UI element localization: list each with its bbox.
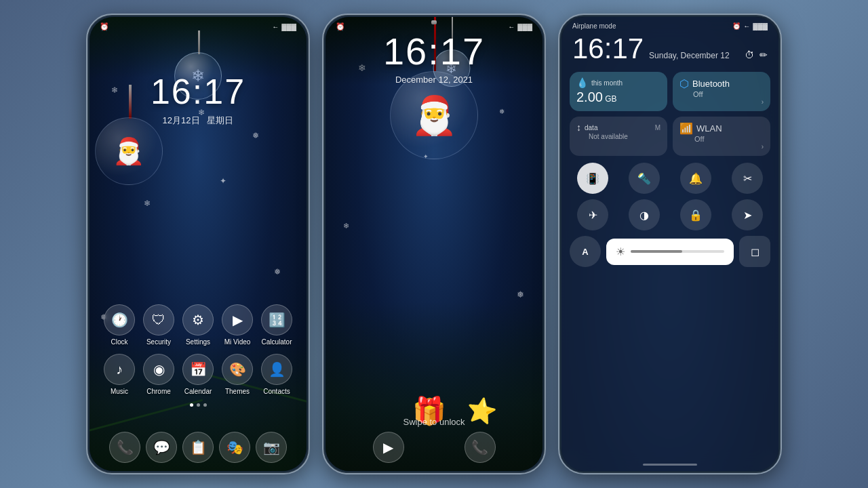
app-themes-label: Themes [225,388,250,395]
cc-alarm-icon: ⏰ [732,22,741,30]
cc-network-status: Not available [576,133,660,140]
cc-home-indicator [643,464,697,466]
cc-reading-btn[interactable]: ◑ [629,199,660,230]
cc-bluetooth-title: Bluetooth [692,79,730,89]
app-security-label: Security [146,338,171,346]
dock-camera[interactable]: 📷 [256,432,287,463]
cc-data-tile[interactable]: 💧 this month 2.00 GB [570,72,667,111]
cc-data-tile-title: this month [591,79,623,87]
lock-phone-icon[interactable]: 📞 [465,432,496,463]
music-icon[interactable]: ♪ [104,354,135,385]
dot-3 [203,403,207,407]
clock-icon[interactable]: 🕐 [104,304,135,336]
cc-arrow-icon: ← [743,22,750,30]
status-battery: ▓▓▓ [281,23,296,30]
app-music-label: Music [111,388,128,395]
app-calendar-label: Calendar [184,388,212,395]
cc-alarm-set-icon[interactable]: ⏱ [745,49,754,60]
cc-screenshot-btn[interactable]: ✂ [732,163,763,194]
home-time: 16:17 [90,71,307,112]
cc-flashlight-btn[interactable]: 🔦 [629,163,660,194]
lock-time: 16:17 [326,29,542,73]
app-clock-label: Clock [111,338,127,346]
cc-wlan-title: WLAN [696,123,722,134]
cc-battery-icon: ▓▓▓ [753,22,768,30]
app-contacts[interactable]: 👤 Contacts [258,354,296,395]
status-alarm: ⏰ [100,22,109,31]
app-music[interactable]: ♪ Music [101,354,138,395]
cc-location-btn[interactable]: ➤ [732,199,763,230]
lock-date: December 12, 2021 [326,75,542,85]
cc-auto-btn[interactable]: A [570,236,601,267]
dot-1 [190,403,193,407]
cc-date: Sunday, December 12 [649,51,730,60]
dock-messages[interactable]: 💬 [146,432,177,463]
cc-airplane-btn[interactable]: ✈ [577,199,608,230]
home-date-cn: 12月12日 [163,115,200,125]
mi-video-icon[interactable]: ▶ [222,304,253,336]
app-chrome-label: Chrome [146,388,171,395]
phone-lock: ❄ ❅ ❄ ❅ ✦ ❄ 🎅 🎁 ⭐ ⏰ ← ▓▓▓ [322,14,546,474]
app-chrome[interactable]: ◉ Chrome [140,354,178,395]
cc-vibrate-btn[interactable]: 📳 [577,163,608,194]
lock-youtube-icon[interactable]: ▶ [373,432,404,463]
cc-network-title: data [585,124,597,131]
app-calculator-label: Calculator [261,338,292,346]
cc-wlan-status: Off [679,135,764,143]
security-icon[interactable]: 🛡 [143,304,174,336]
cc-brightness-slider[interactable]: ☀ [606,239,734,265]
cc-time: 16:17 [572,33,644,65]
app-clock[interactable]: 🕐 Clock [101,304,138,346]
cc-brightness-fill [631,250,682,253]
status-arrow: ← [272,23,279,30]
settings-icon[interactable]: ⚙ [182,304,214,336]
cc-extra-btn[interactable]: ◻ [739,236,770,267]
phone-control: Airplane mode ⏰ ← ▓▓▓ 16:17 Sunday, Dece… [558,14,782,474]
dock-clipboard[interactable]: 📋 [182,432,214,463]
cc-wlan-tile[interactable]: 📶 WLAN Off › [673,117,770,156]
app-mi-video[interactable]: ▶ Mi Video [219,304,256,346]
app-settings-label: Settings [186,338,210,346]
themes-icon[interactable]: 🎨 [222,354,253,385]
cc-data-value: 2.00 [576,89,603,104]
chrome-icon[interactable]: ◉ [143,354,174,385]
cc-edit-icon[interactable]: ✏ [760,49,768,60]
swipe-to-unlock[interactable]: Swipe to unlock [326,417,542,427]
cc-bluetooth-status: Off [679,90,764,98]
app-calendar[interactable]: 📅 Calendar [180,354,217,395]
home-day-cn: 星期日 [207,115,233,125]
app-row-2: ♪ Music ◉ Chrome 📅 Calendar 🎨 Themes 👤 [100,354,296,395]
cc-brightness-icon: ☀ [616,245,625,258]
calendar-icon[interactable]: 📅 [182,354,214,385]
app-calculator[interactable]: 🔢 Calculator [258,304,296,346]
app-security[interactable]: 🛡 Security [140,304,178,346]
dot-2 [197,403,200,407]
cc-bluetooth-tile[interactable]: ⬡ Bluetooth Off › [673,72,770,111]
dock-phone[interactable]: 📞 [109,432,140,463]
app-contacts-label: Contacts [263,388,290,395]
app-themes[interactable]: 🎨 Themes [219,354,256,395]
cc-lock-btn[interactable]: 🔒 [680,199,711,230]
contacts-icon[interactable]: 👤 [261,354,292,385]
cc-airplane-label: Airplane mode [572,22,616,30]
app-mi-video-label: Mi Video [224,338,251,346]
dock-themes[interactable]: 🎭 [219,432,250,463]
app-row-1: 🕐 Clock 🛡 Security ⚙ Settings ▶ Mi Video… [100,304,296,346]
phone-home: ❄ ❅ ❄ ❅ ❄ ❅ ✦ ❄ 🎅 ⏰ ← ▓▓▓ [86,14,310,474]
cc-network-tile[interactable]: ↕ data M Not available [570,117,667,156]
app-settings[interactable]: ⚙ Settings [180,304,217,346]
calculator-icon[interactable]: 🔢 [261,304,292,336]
cc-notification-btn[interactable]: 🔔 [680,163,711,194]
